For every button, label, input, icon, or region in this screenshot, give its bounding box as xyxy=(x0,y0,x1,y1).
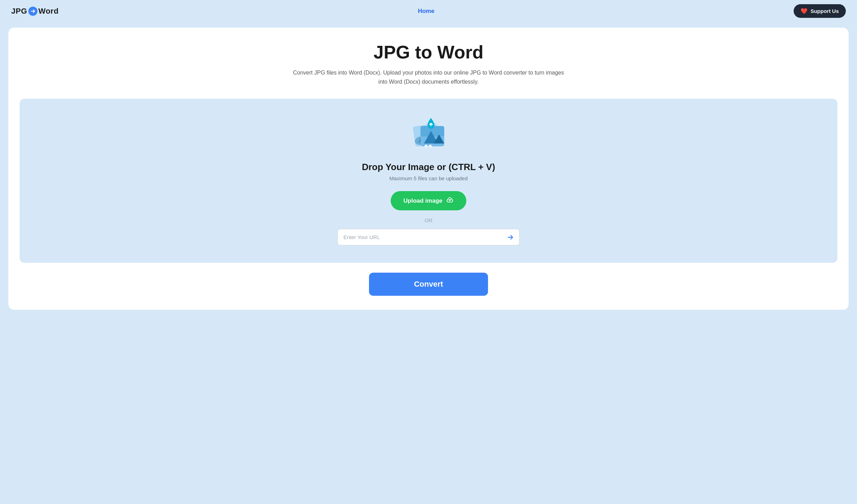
navbar: JPG Word Home ❤️ Support Us xyxy=(0,0,857,22)
drop-subtitle: Maximum 5 files can be uploaded xyxy=(389,175,467,181)
url-input[interactable] xyxy=(338,229,502,245)
logo: JPG Word xyxy=(11,7,58,16)
logo-suffix: Word xyxy=(39,7,59,16)
nav-home-link[interactable]: Home xyxy=(418,8,434,15)
convert-button[interactable]: Convert xyxy=(369,273,488,296)
cloud-upload-icon xyxy=(446,196,454,205)
page-title: JPG to Word xyxy=(20,42,837,63)
bottom-hint-bar xyxy=(8,310,849,324)
support-button[interactable]: ❤️ Support Us xyxy=(794,4,846,18)
upload-label: Upload image xyxy=(403,197,442,204)
or-separator: OR xyxy=(425,217,433,223)
logo-arrow-icon xyxy=(28,7,37,16)
dropzone[interactable]: Drop Your Image or (CTRL + V) Maximum 5 … xyxy=(20,99,837,263)
drop-title: Drop Your Image or (CTRL + V) xyxy=(362,162,495,173)
upload-image-button[interactable]: Upload image xyxy=(391,191,466,210)
support-label: Support Us xyxy=(810,8,839,14)
content-card: JPG to Word Convert JPG files into Word … xyxy=(8,28,849,310)
url-submit-button[interactable] xyxy=(502,230,519,245)
page-subtitle: Convert JPG files into Word (Docx). Uplo… xyxy=(288,68,569,86)
upload-illustration xyxy=(409,116,448,155)
logo-prefix: JPG xyxy=(11,7,27,16)
heart-icon: ❤️ xyxy=(801,8,808,14)
main-wrapper: JPG to Word Convert JPG files into Word … xyxy=(0,22,857,332)
url-input-wrapper xyxy=(337,229,520,245)
